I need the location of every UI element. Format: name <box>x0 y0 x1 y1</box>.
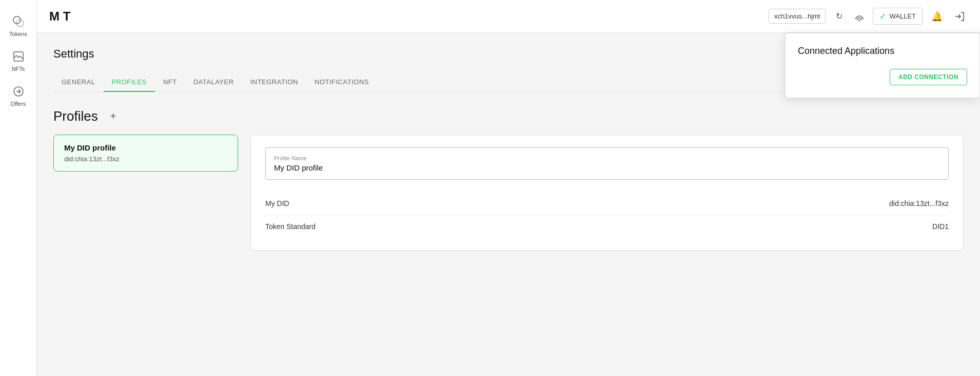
profiles-layout: My DID profile did:chia:13zt...f3xz Prof… <box>53 135 964 251</box>
profile-row-token-standard: Token Standard DID1 <box>265 215 949 238</box>
app-title: M T <box>49 9 70 24</box>
sidebar-item-tokens-label: Tokens <box>9 31 27 37</box>
profile-detail-panel: Profile Name My DID profile My DID did:c… <box>250 135 964 251</box>
refresh-icon[interactable]: ↻ <box>832 9 846 24</box>
header: M T xch1vvus...hjmt ↻ ✓ WALLET 🔔 <box>37 0 980 33</box>
add-connection-button[interactable]: ADD CONNECTION <box>890 69 967 85</box>
profile-token-standard-label: Token Standard <box>265 222 316 231</box>
profile-name-value: My DID profile <box>274 163 940 172</box>
profile-card-did: did:chia:13zt...f3xz <box>64 155 227 163</box>
profile-card-list: My DID profile did:chia:13zt...f3xz <box>53 135 238 251</box>
sidebar-item-offers[interactable]: Offers <box>2 80 35 111</box>
wallet-check-icon: ✓ <box>879 11 886 21</box>
offers-icon <box>11 84 26 99</box>
main-area: M T xch1vvus...hjmt ↻ ✓ WALLET 🔔 <box>37 0 980 376</box>
nfts-icon <box>11 49 26 64</box>
profile-rows: My DID did:chia:13zt...f3xz Token Standa… <box>265 192 949 238</box>
profile-card-name: My DID profile <box>64 143 227 152</box>
sidebar: Tokens NFTs Offers <box>0 0 37 376</box>
svg-point-0 <box>13 16 21 24</box>
profile-did-label: My DID <box>265 199 289 208</box>
popup-title: Connected Applications <box>798 46 967 57</box>
svg-point-1 <box>16 20 24 27</box>
wallet-button-label: WALLET <box>889 12 916 20</box>
profile-card-item[interactable]: My DID profile did:chia:13zt...f3xz <box>53 135 238 172</box>
bell-icon[interactable]: 🔔 <box>929 8 945 25</box>
wallet-address-text: xch1vvus...hjmt <box>774 12 820 20</box>
profile-did-value: did:chia:13zt...f3xz <box>889 199 949 208</box>
header-actions: xch1vvus...hjmt ↻ ✓ WALLET 🔔 <box>769 8 968 25</box>
profiles-section-title: Profiles <box>53 108 98 124</box>
connected-applications-popup: Connected Applications ADD CONNECTION <box>785 33 980 98</box>
profiles-header: Profiles + <box>53 108 964 124</box>
tab-notifications[interactable]: NOTIFICATIONS <box>306 73 377 92</box>
sidebar-item-offers-label: Offers <box>11 101 26 107</box>
tab-general[interactable]: GENERAL <box>53 73 104 92</box>
tab-integration[interactable]: INTEGRATION <box>242 73 306 92</box>
sidebar-item-nfts[interactable]: NFTs <box>2 45 35 76</box>
signal-icon[interactable] <box>852 9 867 24</box>
tokens-icon <box>11 14 26 29</box>
exit-icon[interactable] <box>951 8 968 25</box>
tab-profiles[interactable]: PROFILES <box>104 73 155 92</box>
profile-token-standard-value: DID1 <box>932 222 949 231</box>
profile-name-label: Profile Name <box>274 155 940 161</box>
svg-point-4 <box>859 20 860 21</box>
tab-nft[interactable]: NFT <box>155 73 185 92</box>
wallet-button[interactable]: ✓ WALLET <box>873 8 923 25</box>
sidebar-item-nfts-label: NFTs <box>12 66 25 72</box>
tab-datalayer[interactable]: DATALAYER <box>185 73 242 92</box>
add-profile-button[interactable]: + <box>106 109 121 124</box>
profile-row-did: My DID did:chia:13zt...f3xz <box>265 192 949 215</box>
profile-name-field: Profile Name My DID profile <box>265 147 949 180</box>
sidebar-item-tokens[interactable]: Tokens <box>2 10 35 41</box>
wallet-address[interactable]: xch1vvus...hjmt <box>769 9 826 24</box>
